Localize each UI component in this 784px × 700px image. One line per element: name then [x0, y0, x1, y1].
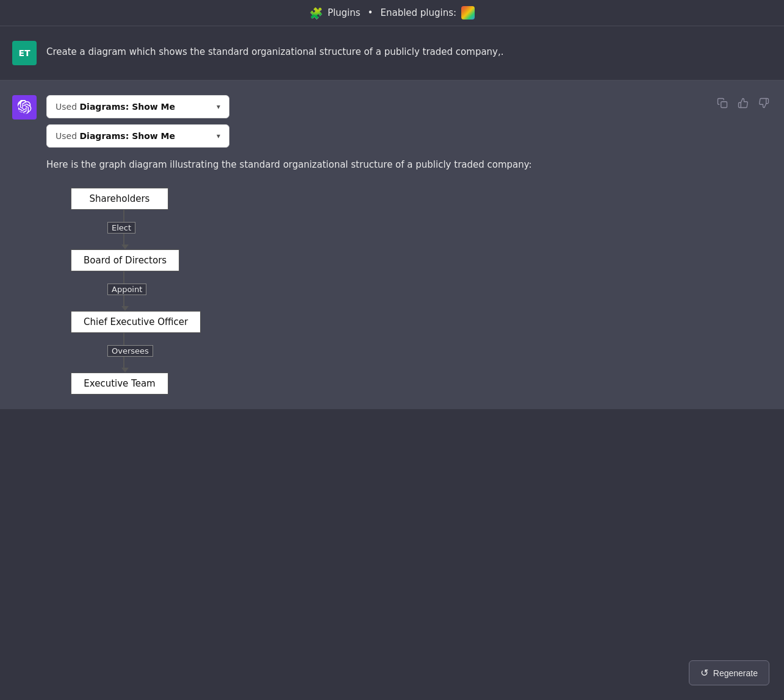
connector-line-1	[123, 210, 124, 222]
user-message: ET Create a diagram which shows the stan…	[0, 26, 784, 80]
org-chart-diagram: Shareholders Elect Board of Directors Ap…	[71, 188, 595, 395]
thumbs-up-button[interactable]	[735, 95, 751, 111]
connector-line-4	[123, 295, 124, 306]
plugin-dropdown-1[interactable]: Used Diagrams: Show Me ▾	[46, 95, 229, 118]
node-executive-team: Executive Team	[71, 373, 168, 395]
edge-label-appoint: Appoint	[107, 284, 146, 295]
thumbs-down-button[interactable]	[756, 95, 772, 111]
node-ceo: Chief Executive Officer	[71, 311, 201, 333]
arrowhead-1	[121, 245, 129, 249]
assistant-avatar	[12, 95, 37, 120]
connector-line-6	[123, 357, 124, 368]
assistant-content: Used Diagrams: Show Me ▾ Used Diagrams: …	[46, 95, 595, 395]
dropdown1-arrow: ▾	[217, 102, 220, 111]
action-buttons	[714, 95, 772, 111]
regenerate-button[interactable]: ↺ Regenerate	[689, 660, 769, 685]
edge-oversees-row: Oversees	[107, 345, 153, 357]
enabled-label: Enabled plugins:	[380, 7, 456, 18]
arrowhead-3	[121, 368, 129, 373]
edge-label-elect: Elect	[107, 222, 135, 234]
enabled-plugin-icon	[461, 6, 475, 20]
connector-line-3	[123, 271, 124, 284]
dropdown2-label: Used Diagrams: Show Me	[56, 131, 175, 141]
dropdown1-label: Used Diagrams: Show Me	[56, 102, 175, 112]
node-board-of-directors: Board of Directors	[71, 249, 179, 271]
regenerate-icon: ↺	[700, 667, 708, 679]
svg-rect-0	[721, 102, 727, 108]
copy-button[interactable]	[714, 95, 730, 111]
arrowhead-2	[121, 306, 129, 311]
edge-appoint-row: Appoint	[107, 284, 146, 295]
plugin-dropdown-2[interactable]: Used Diagrams: Show Me ▾	[46, 124, 229, 148]
node-shareholders: Shareholders	[71, 188, 168, 210]
chatgpt-logo-icon	[17, 100, 32, 115]
assistant-message: Used Diagrams: Show Me ▾ Used Diagrams: …	[0, 80, 784, 409]
dropdown2-arrow: ▾	[217, 132, 220, 140]
plugin-icon: 🧩	[309, 7, 323, 20]
plugins-label: Plugins	[328, 7, 361, 18]
header-bar: 🧩 Plugins • Enabled plugins:	[0, 0, 784, 26]
connector-line-2	[123, 234, 124, 245]
edge-label-oversees: Oversees	[107, 345, 153, 357]
response-text: Here is the graph diagram illustrating t…	[46, 157, 595, 173]
regenerate-label: Regenerate	[713, 668, 758, 678]
user-message-text: Create a diagram which shows the standar…	[46, 41, 504, 59]
user-avatar: ET	[12, 41, 37, 65]
edge-elect-row: Elect	[107, 222, 135, 234]
messages-container: ET Create a diagram which shows the stan…	[0, 26, 784, 409]
connector-line-5	[123, 333, 124, 345]
header-dot: •	[368, 7, 373, 18]
